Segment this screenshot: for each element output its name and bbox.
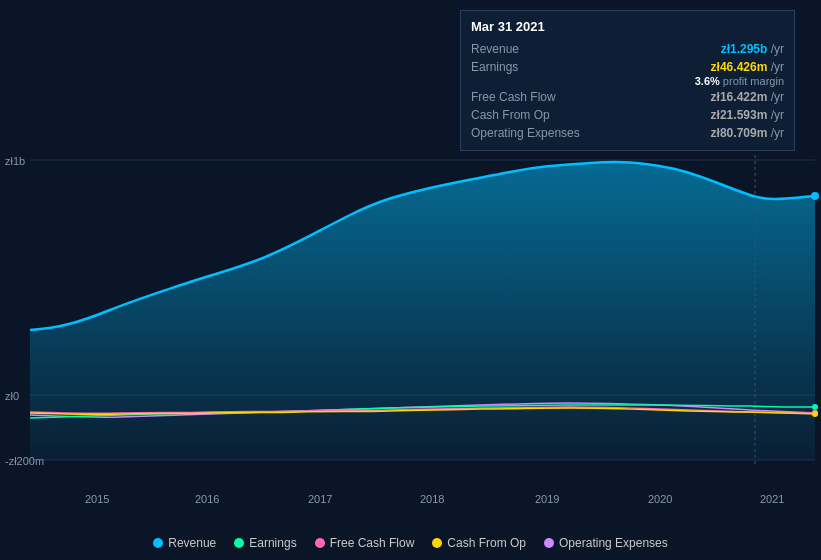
tooltip-date: Mar 31 2021	[471, 19, 784, 34]
x-label-2017: 2017	[308, 493, 332, 505]
y-label-bottom: -zł200m	[5, 455, 44, 467]
tooltip-label-opex: Operating Expenses	[471, 126, 580, 140]
tooltip-box: Mar 31 2021 Revenue zł1.295b /yr Earning…	[460, 10, 795, 151]
x-label-2020: 2020	[648, 493, 672, 505]
y-label-mid: zł0	[5, 390, 19, 402]
profit-margin-label: profit margin	[723, 75, 784, 87]
tooltip-row-cashfromop: Cash From Op zł21.593m /yr	[471, 106, 784, 124]
legend-dot-opex	[544, 538, 554, 548]
legend-label-revenue: Revenue	[168, 536, 216, 550]
legend-label-earnings: Earnings	[249, 536, 296, 550]
svg-point-4	[811, 192, 819, 200]
legend-item-opex[interactable]: Operating Expenses	[544, 536, 668, 550]
legend: Revenue Earnings Free Cash Flow Cash Fro…	[0, 536, 821, 550]
tooltip-value-fcf: zł16.422m /yr	[711, 90, 784, 104]
legend-label-cashfromop: Cash From Op	[447, 536, 526, 550]
tooltip-label-cashfromop: Cash From Op	[471, 108, 550, 122]
y-label-top: zł1b	[5, 155, 25, 167]
x-label-2018: 2018	[420, 493, 444, 505]
tooltip-value-earnings: zł46.426m /yr	[711, 60, 784, 74]
x-label-2019: 2019	[535, 493, 559, 505]
tooltip-value-revenue: zł1.295b /yr	[721, 42, 784, 56]
legend-item-revenue[interactable]: Revenue	[153, 536, 216, 550]
legend-item-earnings[interactable]: Earnings	[234, 536, 296, 550]
profit-margin-value: 3.6%	[695, 75, 720, 87]
legend-label-opex: Operating Expenses	[559, 536, 668, 550]
tooltip-row-opex: Operating Expenses zł80.709m /yr	[471, 124, 784, 142]
tooltip-row-revenue: Revenue zł1.295b /yr	[471, 40, 784, 58]
x-label-2021: 2021	[760, 493, 784, 505]
svg-point-8	[812, 411, 818, 417]
x-label-2015: 2015	[85, 493, 109, 505]
tooltip-value-opex: zł80.709m /yr	[711, 126, 784, 140]
legend-item-cashfromop[interactable]: Cash From Op	[432, 536, 526, 550]
svg-point-6	[812, 404, 818, 410]
tooltip-value-cashfromop: zł21.593m /yr	[711, 108, 784, 122]
x-label-2016: 2016	[195, 493, 219, 505]
legend-label-fcf: Free Cash Flow	[330, 536, 415, 550]
legend-dot-fcf	[315, 538, 325, 548]
legend-item-fcf[interactable]: Free Cash Flow	[315, 536, 415, 550]
tooltip-label-revenue: Revenue	[471, 42, 519, 56]
legend-dot-earnings	[234, 538, 244, 548]
tooltip-label-fcf: Free Cash Flow	[471, 90, 556, 104]
tooltip-label-earnings: Earnings	[471, 60, 518, 74]
profit-margin-row: 3.6% profit margin	[471, 74, 784, 88]
legend-dot-cashfromop	[432, 538, 442, 548]
legend-dot-revenue	[153, 538, 163, 548]
tooltip-row-fcf: Free Cash Flow zł16.422m /yr	[471, 88, 784, 106]
chart-container: zł1b zł0 -zł200m 2015 2016 2017 2018 201…	[0, 0, 821, 560]
